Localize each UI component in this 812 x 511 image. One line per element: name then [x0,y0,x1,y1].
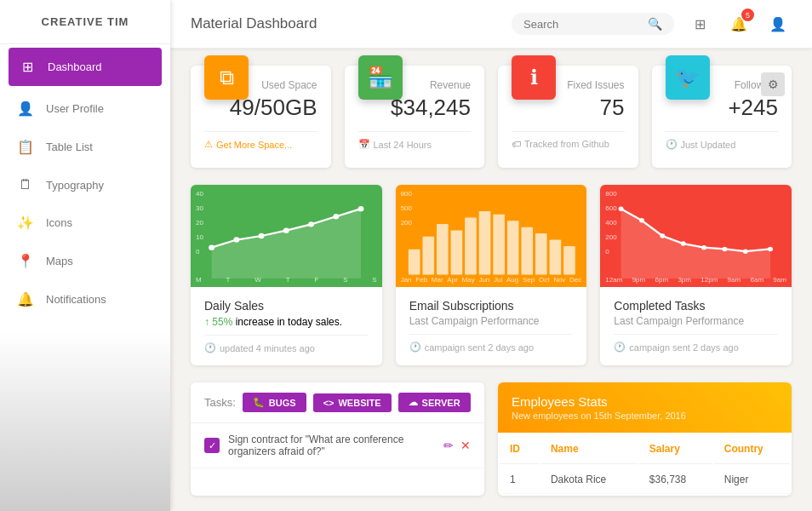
notification-badge: 5 [741,9,754,21]
chart-card-email-subscriptions: 800500200 JanFebMarAprMayJunJulAugSepOct… [396,185,587,365]
sidebar-item-maps[interactable]: 📍 Maps [0,242,170,280]
chart-title-daily-sales: Daily Sales [204,299,369,313]
svg-point-1 [209,244,214,250]
svg-point-28 [768,247,773,251]
sidebar-item-user-profile[interactable]: 👤 User Profile [0,89,170,128]
chart-x-labels: MTWTFSS [191,276,382,287]
task-tab-bugs[interactable]: 🐛 BUGS [243,393,306,412]
svg-point-7 [358,206,364,211]
used-space-footer-icon: ⚠ [204,139,213,150]
used-space-icon-box: ⧉ [204,55,249,100]
svg-marker-0 [212,209,361,278]
chart-y-labels: 403020100 [196,190,203,256]
fixed-issues-footer-text: Tracked from Github [524,139,609,149]
sidebar-item-notifications[interactable]: 🔔 Notifications [0,280,170,319]
employees-header: Employees Stats New employees on 15th Se… [498,382,792,433]
chart-subtitle-email-subscriptions: Last Campaign Performance [409,315,574,327]
checkmark-icon: ✓ [209,440,216,451]
task-text: Sign contract for "What are conference o… [228,433,435,457]
search-icon: 🔍 [648,17,662,31]
user-profile-icon: 👤 [15,100,36,117]
chart-card-completed-tasks: 8006004002000 12am9pm6pm3pm12pm9am6am9am… [600,185,792,365]
bottom-section: Tasks: 🐛 BUGS <> WEBSITE ☁ SERVER [191,382,792,496]
svg-point-2 [233,237,239,242]
chart-cards-grid: 403020100 MTWTFSS Daily Sales ↑ 55% incr… [191,185,792,365]
employees-title: Employees Stats [512,394,778,409]
user-avatar-button[interactable]: 👤 [764,10,792,37]
fixed-issues-icon-box: ℹ [512,55,556,100]
delete-task-button[interactable]: ✕ [460,439,471,452]
svg-rect-10 [437,224,449,275]
employee-country: Niger [714,466,790,494]
svg-rect-16 [521,227,533,275]
edit-task-button[interactable]: ✏ [443,439,454,452]
sidebar-label-table-list: Table List [46,141,93,153]
employees-header-row: IDNameSalaryCountry [500,434,790,464]
col-header-country: Country [714,434,790,464]
sidebar-item-table-list[interactable]: 📋 Table List [0,128,170,166]
sidebar-label-typography: Typography [46,179,104,192]
chart-title-completed-tasks: Completed Tasks [614,299,778,313]
sidebar-logo: CREATIVE TIM [0,0,170,44]
settings-button[interactable]: ⚙ [761,72,785,96]
sidebar-item-icons[interactable]: ✨ Icons [0,204,170,242]
revenue-footer-icon: 📅 [358,139,370,150]
svg-point-27 [743,249,748,253]
task-tab-server[interactable]: ☁ SERVER [398,393,471,412]
chart-footer-completed-tasks: 🕐 campaign sent 2 days ago [614,334,778,353]
revenue-icon-box: 🏪 [358,55,403,100]
sidebar-label-notifications: Notifications [46,293,106,306]
stat-card-followers: 🐦 Followers +245 ⚙ 🕐 Just Updated [652,66,792,168]
svg-point-23 [660,233,666,238]
sidebar-nav: ⊞ Dashboard 👤 User Profile 📋 Table List … [0,44,170,511]
employees-card: Employees Stats New employees on 15th Se… [498,382,792,496]
main-content: Material Dashboard 🔍 ⊞ 🔔 5 👤 ⧉ Used Spac… [170,0,812,511]
tasks-card: Tasks: 🐛 BUGS <> WEBSITE ☁ SERVER [191,382,484,496]
typography-icon: 🗒 [15,177,36,192]
employee-salary: $36,738 [639,466,712,494]
employees-subtitle: New employees on 15th September, 2016 [512,411,778,421]
sidebar-label-icons: Icons [46,216,72,229]
bugs-label: BUGS [269,398,296,408]
chart-subtitle-completed-tasks: Last Campaign Performance [614,315,778,327]
employees-table-body: 1Dakota Rice$36,738Niger [500,466,790,494]
sidebar-label-maps: Maps [46,255,73,267]
svg-point-4 [283,227,289,233]
search-box[interactable]: 🔍 [512,13,674,35]
maps-icon: 📍 [15,253,36,269]
stat-cards-grid: ⧉ Used Space 49/50GB ⚠ Get More Space...… [191,66,792,168]
revenue-footer-text: Last 24 Hours [374,140,432,150]
svg-rect-17 [535,233,547,274]
website-icon: <> [323,398,335,408]
task-tab-website[interactable]: <> WEBSITE [313,393,392,412]
notifications-button[interactable]: 🔔 5 [725,10,752,37]
server-icon: ☁ [409,397,418,408]
col-header-name: Name [540,434,638,464]
svg-rect-9 [422,237,434,275]
chart-title-email-subscriptions: Email Subscriptions [409,299,574,313]
col-header-id: ID [500,434,539,464]
sidebar-label-dashboard: Dashboard [48,60,102,73]
search-input[interactable] [523,18,643,31]
sidebar-item-typography[interactable]: 🗒 Typography [0,166,170,204]
sidebar-item-dashboard[interactable]: ⊞ Dashboard [9,48,162,86]
table-list-icon: 📋 [15,139,36,155]
chart-x-labels: JanFebMarAprMayJunJulAugSepOctNovDec [396,276,587,287]
fixed-issues-footer-icon: 🏷 [512,139,521,149]
stat-card-used-space: ⧉ Used Space 49/50GB ⚠ Get More Space... [191,66,331,168]
grid-view-button[interactable]: ⊞ [686,10,713,37]
svg-rect-13 [478,211,490,274]
task-actions: ✏ ✕ [443,439,471,452]
employee-row: 1Dakota Rice$36,738Niger [500,466,790,494]
chart-y-labels: 800500200 [401,190,412,227]
dashboard-icon: ⊞ [17,59,37,75]
svg-rect-11 [450,230,462,274]
followers-footer-text: Just Updated [681,140,736,150]
followers-footer-icon: 🕐 [666,139,678,150]
col-header-salary: Salary [639,434,712,464]
clock-icon: 🕐 [204,342,216,353]
task-checkbox[interactable]: ✓ [204,438,220,453]
chart-area-daily-sales: 403020100 MTWTFSS [191,185,382,287]
employee-name: Dakota Rice [540,466,638,494]
server-label: SERVER [422,398,460,408]
